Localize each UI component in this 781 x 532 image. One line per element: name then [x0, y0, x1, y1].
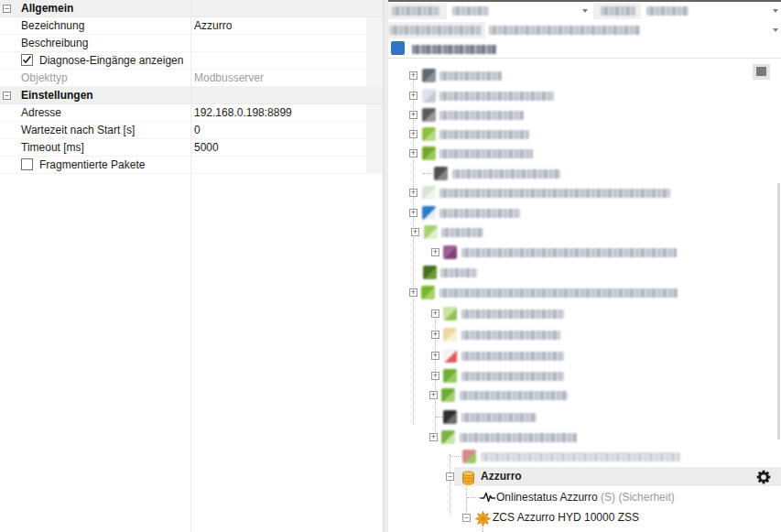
filter-combobox-1[interactable]	[447, 3, 593, 19]
tree-scrollbar-thumb[interactable]	[777, 183, 780, 440]
panel-top-border	[388, 0, 781, 2]
collapse-icon[interactable]: −	[462, 514, 471, 522]
redacted-value	[452, 6, 489, 16]
expand-icon[interactable]: +	[431, 309, 439, 318]
node-icon	[441, 388, 455, 402]
expand-icon[interactable]: +	[409, 92, 418, 100]
node-icon	[441, 430, 455, 444]
property-value[interactable]: Modbusserver	[194, 70, 264, 86]
redacted-node-label	[439, 149, 533, 158]
property-category-row[interactable]: −Einstellungen	[0, 87, 383, 104]
expand-icon[interactable]: +	[431, 248, 439, 256]
property-row: Adresse192.168.0.198:8899	[0, 104, 366, 122]
tree-row[interactable]: Onlinestatus Azzurro (S) (Sicherheit)	[388, 488, 781, 507]
property-label: Beschreibung	[21, 35, 88, 51]
tree-row[interactable]: +	[388, 86, 781, 105]
chevron-down-icon	[773, 28, 778, 32]
redacted-value	[646, 6, 689, 16]
tree-node-label: Azzurro	[481, 467, 522, 486]
tree-node-suffix: (S) (Sicherheit)	[598, 491, 675, 504]
toolbar-separator	[388, 58, 781, 59]
property-value[interactable]: 5000	[194, 139, 219, 156]
expand-icon[interactable]: +	[411, 228, 419, 236]
checkbox[interactable]	[21, 54, 33, 66]
tree-row[interactable]: +	[388, 203, 781, 223]
collapse-icon[interactable]: −	[3, 5, 11, 13]
tree-row[interactable]: +	[388, 366, 781, 385]
expand-icon[interactable]: +	[409, 189, 418, 197]
expand-icon[interactable]: +	[409, 149, 418, 157]
property-label: Fragmentierte Pakete	[39, 157, 145, 173]
expand-icon[interactable]: +	[431, 372, 439, 380]
tree-row[interactable]: +	[388, 283, 781, 302]
property-value[interactable]: Azzurro	[194, 17, 232, 34]
expand-icon[interactable]: +	[409, 71, 418, 80]
redacted-node-label	[461, 372, 564, 381]
redacted-node-label	[460, 391, 568, 400]
redacted-node-label	[441, 228, 483, 237]
property-value[interactable]: 192.168.0.198:8899	[194, 104, 292, 121]
tree-row[interactable]: −ZCS Azzurro HYD 10000 ZSS	[388, 508, 781, 527]
property-label: Timeout [ms]	[21, 139, 84, 156]
tree-row[interactable]	[388, 164, 781, 183]
collapse-icon[interactable]: −	[3, 92, 11, 100]
filter-row-2	[388, 22, 781, 38]
database-icon	[461, 470, 476, 489]
tree-row[interactable]: +	[388, 428, 781, 447]
property-category-row[interactable]: −Allgemein	[0, 0, 383, 17]
expand-icon[interactable]: +	[409, 288, 418, 297]
checkbox[interactable]	[21, 158, 33, 170]
redacted-label	[601, 6, 635, 16]
tree-row[interactable]	[388, 447, 781, 466]
tree-row[interactable]: +	[388, 385, 781, 405]
tree-row[interactable]	[388, 263, 781, 282]
expand-icon[interactable]: +	[409, 209, 418, 217]
redacted-node-label	[452, 169, 560, 179]
node-icon	[422, 186, 436, 200]
tree-row[interactable]: +	[388, 144, 781, 163]
node-icon	[422, 69, 436, 82]
expand-icon[interactable]: +	[429, 391, 438, 399]
expand-icon[interactable]: +	[409, 130, 418, 138]
collapse-icon[interactable]: −	[446, 472, 454, 481]
expand-icon[interactable]: +	[409, 111, 418, 119]
property-value[interactable]: 0	[194, 122, 201, 138]
redacted-node-label	[439, 209, 520, 218]
filter-combobox-3[interactable]	[485, 22, 781, 38]
property-label: Objekttyp	[21, 70, 68, 86]
property-row: Diagnose-Eingänge anzeigen	[0, 52, 366, 70]
tree-row[interactable]: +	[388, 183, 781, 202]
filter-combobox-2[interactable]	[641, 3, 781, 19]
tree-row[interactable]: +	[388, 346, 781, 365]
property-row: Fragmentierte Pakete	[0, 157, 366, 174]
redacted-node-label	[439, 92, 554, 101]
tree-row[interactable]: +	[388, 223, 781, 242]
property-row: Wartezeit nach Start [s]0	[0, 122, 366, 139]
tree-root-item[interactable]	[388, 41, 781, 57]
expand-icon[interactable]: +	[431, 352, 439, 360]
expand-icon[interactable]: +	[431, 331, 439, 339]
tree-toolbar-button[interactable]	[753, 64, 770, 80]
tree-row[interactable]: +	[388, 105, 781, 125]
property-row: Beschreibung	[0, 35, 366, 52]
tree-row[interactable]	[388, 407, 781, 427]
chevron-down-icon	[773, 9, 778, 13]
flower-icon	[475, 511, 491, 529]
node-icon	[443, 410, 457, 424]
node-icon	[422, 108, 436, 122]
tree-row[interactable]: +	[388, 304, 781, 323]
expand-icon[interactable]: +	[429, 433, 438, 441]
node-icon	[422, 147, 436, 160]
node-icon	[423, 266, 437, 279]
tree-row[interactable]: +	[388, 243, 781, 262]
redacted-node-label	[461, 352, 564, 361]
tree-row[interactable]: +	[388, 125, 781, 144]
node-icon	[421, 286, 435, 299]
property-row: ObjekttypModbusserver	[0, 70, 366, 87]
tree-row[interactable]: +	[388, 325, 781, 344]
redacted-node-label	[461, 248, 677, 257]
property-label: Wartezeit nach Start [s]	[21, 122, 135, 138]
gear-icon[interactable]	[756, 470, 771, 487]
tree-row[interactable]: −Azzurro	[388, 467, 781, 486]
tree-row[interactable]: +	[388, 66, 781, 85]
